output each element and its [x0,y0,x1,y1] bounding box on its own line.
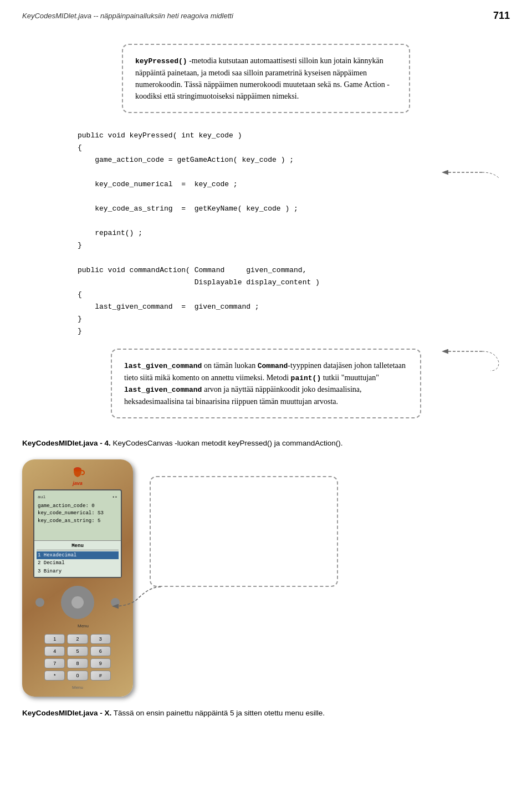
callout2: last_given_command on tämän luokan Comma… [111,349,421,418]
figure-caption-prefix: KeyCodesMIDlet.java - 4. [22,439,111,447]
phone-key-3: 3 [90,634,111,644]
phone-key-5: 5 [67,646,88,656]
java-cup-icon [70,466,85,480]
phone-menu: Menu 1 Hexadecimal 2 Decimal 3 Binary [34,540,121,577]
right-callout-arrow [105,581,172,612]
callout1-code: keyPressed() [135,57,187,65]
phone-menu-item-2: 2 Decimal [37,559,119,567]
main-content: keyPressed() -metodia kutsutaan automaat… [0,27,532,730]
arrow1 [438,164,504,181]
phone-dpad-center [71,596,84,608]
figure-caption: KeyCodesMIDlet.java - 4. KeyCodesCanvas … [22,438,510,449]
phone-soft-key-right: Menu [78,623,89,628]
callout2-code2: Command [258,362,288,370]
phone-bottom-label: Menu [72,685,83,690]
callout1-wrapper: keyPressed() -metodia kutsutaan automaat… [22,38,510,124]
code-region: public void keyPressed( int key_code ) {… [44,130,510,338]
arrow2 [438,346,504,374]
figure-section: java aul ▪▪ game_action_code: 0 key_code… [22,459,510,697]
figure-caption-text: KeyCodesCanvas -luokan metodit keyPresse… [111,439,343,447]
phone-status-right: ▪▪ [112,494,117,500]
code-block: public void keyPressed( int key_code ) {… [44,130,510,338]
phone-key-7: 7 [44,658,65,668]
phone-left-button [35,598,44,607]
phone-top-bar: java [28,466,127,486]
page-number: 711 [493,10,510,22]
phone-mockup: java aul ▪▪ game_action_code: 0 key_code… [22,459,133,697]
footer-caption: KeyCodesMIDlet.java - X. Tässä on ensin … [22,708,510,719]
phone-key-star: * [44,671,65,681]
phone-key-1: 1 [44,634,65,644]
phone-line2: key_code_numerical: S3 [38,510,117,518]
header-title: KeyCodesMIDlet.java -- näppäinpainalluks… [22,12,233,20]
right-callout-wrapper [150,471,338,587]
phone-screen-status: aul ▪▪ [38,494,117,500]
right-callout-box [150,476,338,587]
phone-menu-title: Menu [37,543,119,550]
phone-line3: key_code_as_string: 5 [38,518,117,525]
callout2-code1: last_given_command [124,362,202,370]
phone-key-8: 8 [67,658,88,668]
callout2-code4: last_given_command [124,386,202,394]
phone-menu-item-3: 3 Binary [37,567,119,576]
callout2-code3: paint() [291,374,321,382]
java-text-label: java [73,480,83,486]
callout1: keyPressed() -metodia kutsutaan automaat… [122,44,410,113]
phone-status-left: aul [38,494,45,500]
footer-caption-text: Tässä on ensin painettu näppäintä 5 ja s… [111,709,325,717]
phone-key-0: 0 [67,671,88,681]
phone-screen-content: game_action_code: 0 key_code_numerical: … [38,503,117,525]
phone-key-4: 4 [44,646,65,656]
phone-screen: aul ▪▪ game_action_code: 0 key_code_nume… [33,489,122,578]
phone-dpad [61,586,94,619]
phone-keypad: 1 2 3 4 5 6 7 8 9 * 0 # [44,634,111,681]
phone-line1: game_action_code: 0 [38,503,117,510]
phone-soft-keys: Menu [66,623,89,628]
phone-key-9: 9 [90,658,111,668]
phone-menu-item-1: 1 Hexadecimal [37,551,119,560]
callout2-wrapper: last_given_command on tämän luokan Comma… [22,343,510,429]
footer-caption-prefix: KeyCodesMIDlet.java - X. [22,709,111,717]
page-header: KeyCodesMIDlet.java -- näppäinpainalluks… [0,0,532,27]
java-logo: java [70,466,85,486]
phone-key-hash: # [90,671,111,681]
phone-key-6: 6 [90,646,111,656]
phone-key-2: 2 [67,634,88,644]
